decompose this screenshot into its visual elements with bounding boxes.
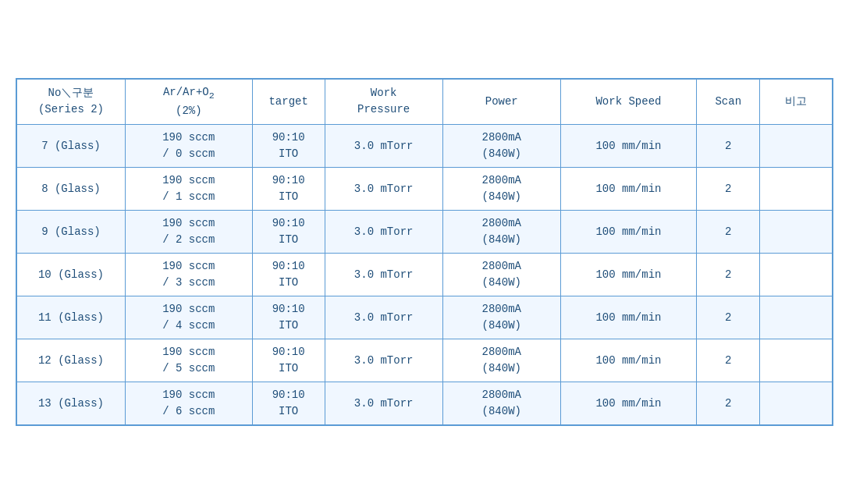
cell-note [760, 254, 833, 296]
cell-ar: 190 sccm/ 5 sccm [125, 339, 252, 382]
cell-scan: 2 [697, 382, 760, 426]
cell-scan: 2 [697, 125, 760, 168]
header-ar: Ar/Ar+O2(2%) [125, 79, 252, 125]
cell-scan: 2 [697, 339, 760, 382]
cell-power: 2800mA(840W) [442, 339, 560, 382]
cell-target: 90:10ITO [252, 382, 325, 426]
cell-power: 2800mA(840W) [442, 168, 560, 211]
cell-pressure: 3.0 mTorr [325, 339, 442, 382]
header-pressure: WorkPressure [325, 79, 442, 125]
cell-note [760, 339, 833, 382]
cell-note [760, 211, 833, 254]
cell-ar: 190 sccm/ 1 sccm [125, 168, 252, 211]
cell-no: 10 (Glass) [16, 254, 125, 296]
cell-no: 7 (Glass) [16, 125, 125, 168]
cell-pressure: 3.0 mTorr [325, 211, 442, 254]
cell-speed: 100 mm/min [560, 125, 696, 168]
cell-ar: 190 sccm/ 0 sccm [125, 125, 252, 168]
cell-no: 9 (Glass) [16, 211, 125, 254]
cell-power: 2800mA(840W) [442, 296, 560, 339]
cell-target: 90:10ITO [252, 296, 325, 339]
cell-no: 11 (Glass) [16, 296, 125, 339]
cell-note [760, 382, 833, 426]
table-row: 12 (Glass) 190 sccm/ 5 sccm 90:10ITO 3.0… [16, 339, 833, 382]
cell-target: 90:10ITO [252, 168, 325, 211]
table-row: 10 (Glass) 190 sccm/ 3 sccm 90:10ITO 3.0… [16, 254, 833, 296]
header-no: No＼구분(Series 2) [16, 79, 125, 125]
cell-note [760, 296, 833, 339]
header-speed: Work Speed [560, 79, 696, 125]
table-row: 9 (Glass) 190 sccm/ 2 sccm 90:10ITO 3.0 … [16, 211, 833, 254]
cell-ar: 190 sccm/ 6 sccm [125, 382, 252, 426]
cell-no: 12 (Glass) [16, 339, 125, 382]
header-target: target [252, 79, 325, 125]
cell-ar: 190 sccm/ 4 sccm [125, 296, 252, 339]
cell-power: 2800mA(840W) [442, 125, 560, 168]
cell-power: 2800mA(840W) [442, 382, 560, 426]
cell-speed: 100 mm/min [560, 382, 696, 426]
header-row: No＼구분(Series 2) Ar/Ar+O2(2%) target Work… [16, 79, 833, 125]
cell-scan: 2 [697, 296, 760, 339]
cell-note [760, 168, 833, 211]
cell-target: 90:10ITO [252, 211, 325, 254]
cell-speed: 100 mm/min [560, 168, 696, 211]
cell-ar: 190 sccm/ 2 sccm [125, 211, 252, 254]
cell-pressure: 3.0 mTorr [325, 382, 442, 426]
cell-target: 90:10ITO [252, 339, 325, 382]
cell-scan: 2 [697, 168, 760, 211]
table-wrapper: No＼구분(Series 2) Ar/Ar+O2(2%) target Work… [0, 62, 849, 442]
table-row: 13 (Glass) 190 sccm/ 6 sccm 90:10ITO 3.0… [16, 382, 833, 426]
table-row: 8 (Glass) 190 sccm/ 1 sccm 90:10ITO 3.0 … [16, 168, 833, 211]
cell-target: 90:10ITO [252, 254, 325, 296]
header-power: Power [442, 79, 560, 125]
cell-pressure: 3.0 mTorr [325, 125, 442, 168]
cell-target: 90:10ITO [252, 125, 325, 168]
cell-speed: 100 mm/min [560, 211, 696, 254]
cell-note [760, 125, 833, 168]
cell-pressure: 3.0 mTorr [325, 296, 442, 339]
cell-power: 2800mA(840W) [442, 254, 560, 296]
data-table: No＼구분(Series 2) Ar/Ar+O2(2%) target Work… [16, 78, 833, 426]
cell-speed: 100 mm/min [560, 296, 696, 339]
cell-speed: 100 mm/min [560, 339, 696, 382]
cell-scan: 2 [697, 211, 760, 254]
cell-scan: 2 [697, 254, 760, 296]
cell-speed: 100 mm/min [560, 254, 696, 296]
table-row: 11 (Glass) 190 sccm/ 4 sccm 90:10ITO 3.0… [16, 296, 833, 339]
cell-power: 2800mA(840W) [442, 211, 560, 254]
cell-no: 8 (Glass) [16, 168, 125, 211]
header-scan: Scan [697, 79, 760, 125]
cell-no: 13 (Glass) [16, 382, 125, 426]
header-note: 비고 [760, 79, 833, 125]
table-row: 7 (Glass) 190 sccm/ 0 sccm 90:10ITO 3.0 … [16, 125, 833, 168]
cell-pressure: 3.0 mTorr [325, 254, 442, 296]
cell-ar: 190 sccm/ 3 sccm [125, 254, 252, 296]
cell-pressure: 3.0 mTorr [325, 168, 442, 211]
